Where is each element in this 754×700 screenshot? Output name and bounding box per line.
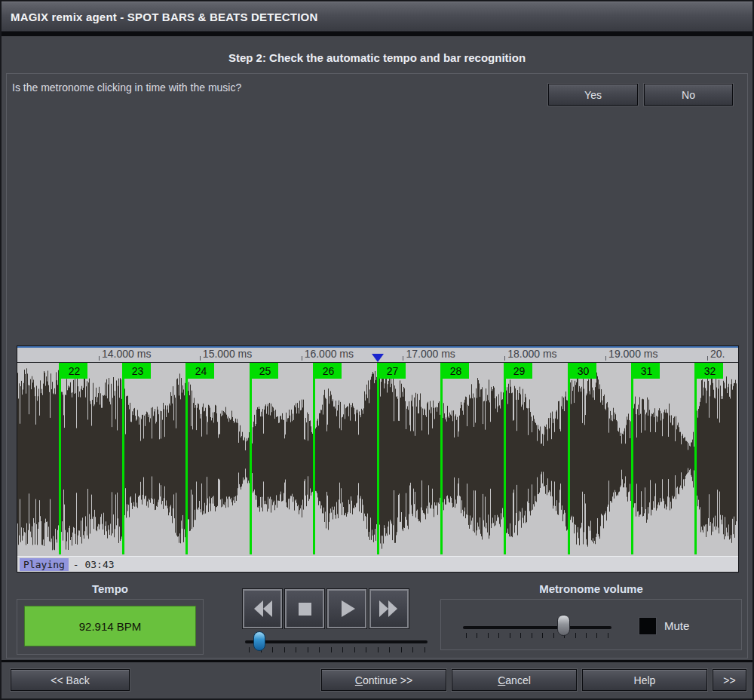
bpm-value: 92.914 BPM xyxy=(24,606,196,646)
timeline-label: 19.000 ms xyxy=(605,348,657,361)
waveform-panel: 14.000 ms15.000 ms16.000 ms17.000 ms18.0… xyxy=(17,345,739,573)
transport-slider-ticks xyxy=(249,647,425,652)
bar-marker[interactable]: 30 xyxy=(568,363,570,554)
bar-marker[interactable]: 22 xyxy=(59,363,61,554)
timeline-label: 20. xyxy=(707,348,725,361)
bar-number: 31 xyxy=(633,363,660,379)
metronome-groupbox xyxy=(440,599,742,650)
timeline-label: 18.000 ms xyxy=(504,348,556,361)
playback-time: - 03:43 xyxy=(73,559,115,570)
step-title: Step 2: Check the automatic tempo and ba… xyxy=(2,51,752,64)
timeline-label: 14.000 ms xyxy=(99,348,151,361)
bar-number: 26 xyxy=(315,363,342,379)
no-button[interactable]: No xyxy=(644,84,733,106)
continue-button[interactable]: Continue >> xyxy=(321,669,446,691)
bar-marker[interactable]: 27 xyxy=(377,363,379,554)
rewind-button[interactable] xyxy=(243,589,282,628)
play-icon xyxy=(335,597,359,621)
yes-button[interactable]: Yes xyxy=(548,84,638,106)
bar-marker[interactable]: 32 xyxy=(694,363,697,554)
bar-marker[interactable]: 25 xyxy=(250,363,252,554)
title-bar[interactable]: MAGIX remix agent - SPOT BARS & BEATS DE… xyxy=(2,2,752,32)
timeline-ruler[interactable]: 14.000 ms15.000 ms16.000 ms17.000 ms18.0… xyxy=(17,346,738,363)
bar-number: 24 xyxy=(188,363,214,379)
bar-marker[interactable]: 28 xyxy=(440,363,443,554)
metronome-volume-slider-handle[interactable] xyxy=(557,615,570,636)
transport-slider-handle[interactable] xyxy=(253,631,265,651)
timeline-label: 15.000 ms xyxy=(200,348,252,361)
bar-number: 32 xyxy=(697,363,723,379)
transport-slider-track[interactable] xyxy=(245,640,428,643)
play-button[interactable] xyxy=(327,589,366,628)
cancel-button[interactable]: Cancel xyxy=(452,669,577,691)
question-text: Is the metronome clicking in time with t… xyxy=(12,81,241,94)
metronome-heading: Metronome volume xyxy=(440,582,742,595)
footer-divider xyxy=(2,660,752,662)
bar-marker[interactable]: 29 xyxy=(504,363,506,554)
timeline-label: 16.000 ms xyxy=(302,348,354,361)
timeline-label: 17.000 ms xyxy=(403,348,455,361)
help-button[interactable]: Help xyxy=(582,669,707,691)
metronome-slider-ticks xyxy=(466,633,608,638)
bar-number: 28 xyxy=(443,363,469,379)
bar-marker[interactable]: 31 xyxy=(631,363,633,554)
bar-marker[interactable]: 23 xyxy=(122,363,124,554)
bar-number: 22 xyxy=(61,363,87,379)
titlebar-separator xyxy=(2,32,752,36)
status-badge: Playing xyxy=(20,558,69,571)
bar-number: 25 xyxy=(252,363,278,379)
mute-label: Mute xyxy=(664,619,689,632)
fast-forward-button[interactable] xyxy=(369,589,409,628)
back-button[interactable]: << Back xyxy=(11,669,130,691)
stop-icon xyxy=(293,597,317,621)
bar-marker[interactable]: 26 xyxy=(313,363,315,554)
forward-button[interactable]: >> xyxy=(713,669,746,691)
window-title: MAGIX remix agent - SPOT BARS & BEATS DE… xyxy=(11,11,318,23)
dialog-window: MAGIX remix agent - SPOT BARS & BEATS DE… xyxy=(0,0,754,700)
playhead-marker-icon[interactable] xyxy=(372,354,384,362)
stop-button[interactable] xyxy=(285,589,324,628)
bar-number: 27 xyxy=(379,363,406,379)
waveform-display[interactable]: 2223242526272829303132 xyxy=(17,363,738,554)
bar-marker[interactable]: 24 xyxy=(185,363,188,554)
playback-status-bar: Playing - 03:43 xyxy=(17,556,738,572)
bar-number: 29 xyxy=(506,363,532,379)
tempo-groupbox: 92.914 BPM xyxy=(17,599,204,655)
bar-number: 30 xyxy=(570,363,596,379)
mute-checkbox[interactable] xyxy=(639,617,657,635)
metronome-volume-slider-track[interactable] xyxy=(463,626,611,629)
rewind-icon xyxy=(250,597,274,621)
tempo-heading: Tempo xyxy=(17,582,204,595)
bar-number: 23 xyxy=(124,363,151,379)
fast-forward-icon xyxy=(377,597,401,621)
